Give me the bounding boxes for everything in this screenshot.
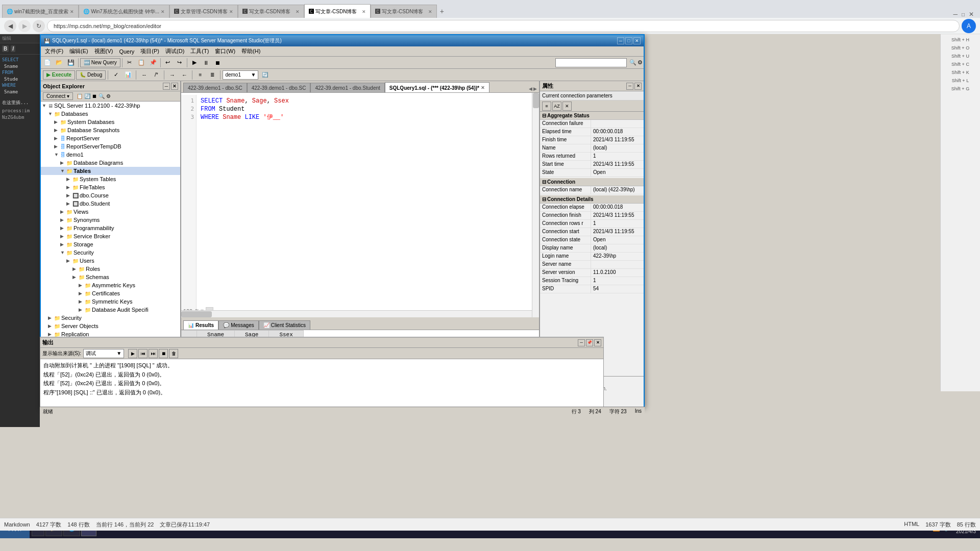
browser-tab-2[interactable]: 🌐 Win7系统怎么截图快捷 钟华... ✕ xyxy=(79,5,169,18)
browser-tab-6[interactable]: 🅲 写文章-CSDN博客 ✕ xyxy=(371,5,437,18)
nav-forward[interactable]: ▶ xyxy=(18,20,31,32)
browser-close[interactable]: ✕ xyxy=(969,11,974,18)
ssms-restore[interactable]: □ xyxy=(625,37,632,44)
results-tab-stats[interactable]: 📈 Client Statistics xyxy=(259,320,310,330)
tab-nav-buttons[interactable]: ◀ ▶ xyxy=(529,86,537,92)
props-section-connection[interactable]: ⊟ Connection xyxy=(540,178,644,186)
nav-refresh[interactable]: ↻ xyxy=(33,20,45,32)
menu-project[interactable]: 项目(P) xyxy=(137,46,162,56)
tb-results-text[interactable]: ≣ xyxy=(207,70,218,80)
tab-2-close[interactable]: ✕ xyxy=(161,9,165,14)
tb-cut[interactable]: ✂ xyxy=(124,58,135,68)
tb-comment[interactable]: -- xyxy=(138,70,150,80)
output-btn2[interactable]: ⏮ xyxy=(138,349,148,358)
output-minimize[interactable]: ─ xyxy=(578,339,585,346)
tb-new-query[interactable]: 🆕 New Query xyxy=(80,58,120,67)
tb-unindent[interactable]: ← xyxy=(179,70,190,80)
output-btn1[interactable]: ▶ xyxy=(128,349,137,358)
tb-paste[interactable]: 📌 xyxy=(148,58,159,68)
output-source-dropdown[interactable]: 调试 ▼ xyxy=(83,349,124,358)
props-sort-alpha[interactable]: AZ xyxy=(552,102,561,111)
props-sort-cat[interactable]: ≡ xyxy=(542,102,551,111)
tb-uncomment[interactable]: /* xyxy=(151,70,162,80)
oe-node-systables[interactable]: ▶ 📁 System Tables xyxy=(41,175,180,183)
tb-check[interactable]: ✓ xyxy=(110,70,121,80)
tb-results-grid[interactable]: ≡ xyxy=(194,70,206,80)
oe-node-databases[interactable]: ▼ 📁 Databases xyxy=(41,110,180,118)
italic-button[interactable]: I xyxy=(11,45,15,52)
query-editor[interactable]: 1 2 3 SELECT Sname, Sage, Ssex FROM Stud… xyxy=(181,93,539,317)
oe-icon3[interactable]: ⏹ xyxy=(91,93,97,99)
menu-view[interactable]: 视图(V) xyxy=(91,46,116,56)
oe-node-dbaudit[interactable]: ▶ 📁 Database Audit Specifi xyxy=(41,306,180,314)
address-bar[interactable]: https://mp.csdn.net/mp_blog/creation/edi… xyxy=(47,20,960,32)
editor-hscroll[interactable] xyxy=(181,310,532,317)
oe-node-demo1[interactable]: ▼ 🗄 demo1 xyxy=(41,151,180,159)
tb-new[interactable]: 📄 xyxy=(42,58,53,68)
props-section-conndetails[interactable]: ⊟ Connection Details xyxy=(540,195,644,204)
oe-node-schemas[interactable]: ▶ 📁 Schemas xyxy=(41,273,180,281)
browser-tab-5[interactable]: 🅲 写文章-CSDN博客 ✕ xyxy=(304,4,371,18)
oe-icon1[interactable]: 📋 xyxy=(76,93,83,99)
tb-indent[interactable]: → xyxy=(166,70,178,80)
oe-node-dbsnap[interactable]: ▶ 📁 Database Snapshots xyxy=(41,126,180,134)
oe-node-servicebroker[interactable]: ▶ 📁 Service Broker xyxy=(41,232,180,240)
oe-panel-btn2[interactable]: ✕ xyxy=(171,83,178,90)
db-dropdown[interactable]: demo1 ▼ xyxy=(223,70,258,80)
browser-tab-1[interactable]: 🌐 win7截图快捷_百度搜索 ✕ xyxy=(2,5,79,18)
oe-node-serverobjects[interactable]: ▶ 📁 Server Objects xyxy=(41,322,180,330)
debug-button[interactable]: 🐛 Debug xyxy=(76,70,106,80)
output-pin[interactable]: 📌 xyxy=(586,339,593,346)
browser-minimize[interactable]: ─ xyxy=(953,11,958,18)
tab-active-close[interactable]: ✕ xyxy=(481,85,485,90)
tab-4-close[interactable]: ✕ xyxy=(296,9,300,14)
oe-node-sysdb[interactable]: ▶ 📁 System Databases xyxy=(41,118,180,126)
execute-button[interactable]: ▶ Execute xyxy=(43,70,75,80)
tab-6-close[interactable]: ✕ xyxy=(428,9,432,14)
output-btn3[interactable]: ⏭ xyxy=(149,349,158,358)
output-clear[interactable]: 🗑 xyxy=(169,349,178,358)
nav-back[interactable]: ◀ xyxy=(4,20,16,32)
tb-parse[interactable]: 📊 xyxy=(122,70,134,80)
browser-tab-4[interactable]: 🅲 写文章-CSDN博客 ✕ xyxy=(238,5,304,18)
oe-node-dbdiagrams[interactable]: ▶ 📁 Database Diagrams xyxy=(41,159,180,167)
query-tab-3[interactable]: 422-39.demo1 - dbo.Student xyxy=(310,83,384,92)
tb-search-box[interactable] xyxy=(555,58,627,67)
oe-icon4[interactable]: 🔍 xyxy=(98,93,105,99)
tb-undo[interactable]: ↩ xyxy=(162,58,174,68)
oe-node-roles[interactable]: ▶ 📁 Roles xyxy=(41,265,180,273)
oe-node-views[interactable]: ▶ 📁 Views xyxy=(41,208,180,216)
oe-node-filetables[interactable]: ▶ 📁 FileTables xyxy=(41,183,180,191)
oe-node-reportservertmp[interactable]: ▶ 🗄 ReportServerTempDB xyxy=(41,142,180,151)
output-close[interactable]: ✕ xyxy=(594,339,601,346)
bold-button[interactable]: B xyxy=(2,45,9,52)
tb-search-icons[interactable]: 🔍 ⚙ xyxy=(629,59,643,66)
props-minimize[interactable]: ─ xyxy=(626,83,633,90)
oe-node-tables[interactable]: ▼ 📁 Tables xyxy=(41,167,180,175)
tb-more1[interactable]: ▶ xyxy=(189,58,200,68)
oe-node-symkeys[interactable]: ▶ 📁 Symmetric Keys xyxy=(41,297,180,306)
tb-more3[interactable]: ⏹ xyxy=(212,58,224,68)
tab-3-close[interactable]: ✕ xyxy=(229,9,233,14)
oe-node-programmability[interactable]: ▶ 📁 Programmability xyxy=(41,224,180,232)
menu-edit[interactable]: 编辑(E) xyxy=(66,46,91,56)
props-close-btn[interactable]: ✕ xyxy=(562,102,572,111)
oe-node-reportserver[interactable]: ▶ 🗄 ReportServer xyxy=(41,134,180,142)
tab-5-close[interactable]: ✕ xyxy=(362,9,366,14)
props-close[interactable]: ✕ xyxy=(634,83,642,90)
output-btn4[interactable]: ⏹ xyxy=(159,349,168,358)
connect-button[interactable]: Connect ▾ xyxy=(43,92,73,100)
oe-node-users[interactable]: ▶ 📁 Users xyxy=(41,257,180,265)
menu-debug[interactable]: 调试(D) xyxy=(162,46,187,56)
ssms-minimize[interactable]: ─ xyxy=(617,37,624,44)
oe-node-storage[interactable]: ▶ 📁 Storage xyxy=(41,240,180,248)
tb-save[interactable]: 💾 xyxy=(65,58,77,68)
oe-icon2[interactable]: 🔄 xyxy=(84,93,91,99)
browser-tab-3[interactable]: 🅲 文章管理-CSDN博客 ✕ xyxy=(169,5,238,18)
query-tab-4-active[interactable]: SQLQuery1.sql - (*** (422-39\hp (54))* ✕ xyxy=(385,82,489,93)
menu-query[interactable]: Query xyxy=(116,47,137,56)
oe-node-certs[interactable]: ▶ 📁 Certificates xyxy=(41,289,180,297)
oe-node-server[interactable]: ▼ 🖥 SQL Server 11.0.2100 - 422-39\hp xyxy=(41,102,180,110)
oe-node-asymkeys[interactable]: ▶ 📁 Asymmetric Keys xyxy=(41,281,180,289)
query-tab-2[interactable]: 422-39.demo1 - dbo.SC xyxy=(247,83,311,92)
